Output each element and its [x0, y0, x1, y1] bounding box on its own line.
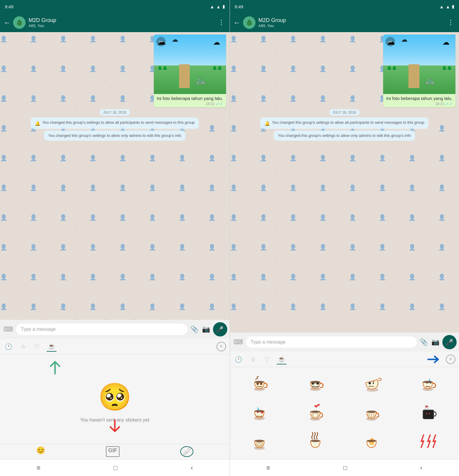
left-input-placeholder: Type a message [21, 327, 56, 332]
right-status-icons: ▲ ▲ ▮ [439, 4, 454, 9]
left-system-msg-2: You changed this group's settings to all… [44, 131, 185, 141]
left-message-input[interactable]: Type a message [16, 324, 187, 335]
right-sticker-6[interactable]: ❤ ❤ [289, 400, 343, 427]
right-mic-button[interactable]: 🎤 [442, 335, 457, 349]
left-arrow-down-indicator [109, 419, 121, 435]
left-sticker-tab-bottom[interactable]: 🩹 [180, 446, 193, 457]
left-bottom-nav: ≡ □ ‹ [0, 459, 230, 476]
left-sticker-star-tab[interactable]: ☆ [19, 342, 27, 351]
right-msg-ticks: ✓✓ [445, 101, 452, 106]
right-nav-home[interactable]: □ [337, 462, 353, 474]
right-nav-menu[interactable]: ≡ [260, 462, 276, 474]
left-keyboard-icon[interactable]: ⌨ [2, 324, 14, 334]
right-sticker-12[interactable] [402, 429, 455, 456]
left-sticker-recent-tab[interactable]: 🕐 [4, 342, 13, 351]
right-sticker-2[interactable] [289, 371, 343, 397]
right-sticker-star-tab[interactable]: ☆ [249, 355, 257, 364]
left-input-bar: ⌨ Type a message 📎 📷 🎤 [0, 320, 230, 339]
right-system-msg-2: You changed this group's settings to all… [274, 131, 415, 141]
left-nav-menu[interactable]: ≡ [31, 462, 46, 474]
svg-point-3 [255, 381, 264, 383]
right-msg-time: 18:21 [435, 102, 444, 106]
svg-point-34 [367, 440, 376, 442]
left-sticker-panel: 🕐 ☆ ♡ ☕ + 🥺 You haven't sent any sticker… [0, 339, 230, 459]
right-keyboard-icon[interactable]: ⌨ [232, 337, 244, 347]
right-msg-text-area: Ini foto beberapa tahun yang lalu. 18:21… [383, 94, 455, 107]
svg-point-32 [255, 440, 264, 442]
left-group-name: M2D Group [29, 17, 216, 24]
left-msg-text-area: Ini foto beberapa tahun yang lalu. 18:21… [154, 94, 226, 107]
right-sticker-heart-tab[interactable]: ♡ [263, 355, 271, 364]
right-phone-panel: 9:49 ▲ ▲ ▮ ← M2D Group A65, You ⋮ ↪ [230, 0, 459, 476]
left-input-left-icons: ⌨ [2, 324, 14, 334]
left-mic-button[interactable]: 🎤 [213, 322, 227, 336]
left-date-badge: JULY 18, 2018 [100, 109, 130, 116]
left-chat-header: ← M2D Group A65, You ⋮ [0, 13, 230, 32]
left-sticker-cup-tab[interactable]: ☕ [47, 342, 57, 352]
left-msg-meta: 18:21 ✓✓ [157, 101, 223, 106]
left-forward-button[interactable]: ↪ [156, 37, 166, 46]
right-sticker-5[interactable] [234, 400, 287, 427]
right-system-text-2: You changed this group's settings to all… [278, 133, 411, 138]
right-menu-button[interactable]: ⋮ [445, 16, 457, 29]
right-message-input[interactable]: Type a message [246, 336, 417, 348]
right-system-text-1: You changed this group's settings to all… [272, 120, 424, 125]
right-msg-meta: 18:21 ✓✓ [386, 101, 452, 106]
right-msg-text: Ini foto beberapa tahun yang lalu. [386, 96, 452, 101]
right-sticker-9[interactable] [234, 429, 287, 456]
right-arrow-indicator [427, 355, 440, 364]
right-photo-message: ↪ ☁ ☁ ☁ 🚲 🌲🌲 🌲🌲 Ini foto beberapa tahun … [383, 35, 455, 107]
right-sticker-4[interactable] [402, 371, 455, 397]
right-sticker-cup-tab[interactable]: ☕ [277, 354, 286, 364]
right-sticker-10[interactable] [289, 429, 343, 456]
right-wifi-icon: ▲ [439, 4, 444, 9]
right-sticker-7[interactable] [346, 400, 400, 427]
left-attach-icon[interactable]: 📎 [189, 324, 200, 334]
right-sticker-add-button[interactable]: + [446, 355, 455, 364]
right-sticker-8[interactable]: ❤ [402, 400, 455, 427]
left-sticker-heart-tab[interactable]: ♡ [33, 342, 41, 351]
right-sticker-grid: ❤ ❤ [230, 367, 459, 459]
right-sticker-11[interactable] [346, 429, 400, 456]
left-menu-button[interactable]: ⋮ [216, 16, 227, 29]
svg-text:❤: ❤ [317, 403, 320, 407]
left-photo-message: ↪ ☁ ☁ ☁ 🚲 🌲🌲 🌲🌲 [154, 35, 226, 107]
left-group-members: A65, You [29, 24, 216, 28]
left-header-info: M2D Group A65, You [29, 17, 216, 28]
left-photo-wrapper: ↪ ☁ ☁ ☁ 🚲 🌲🌲 🌲🌲 [154, 35, 226, 94]
left-camera-icon[interactable]: 📷 [201, 324, 211, 334]
left-emoji-tab[interactable]: 😊 [36, 446, 45, 457]
right-input-left-icons: ⌨ [232, 337, 244, 347]
left-msg-ticks: ✓✓ [216, 101, 223, 106]
svg-point-15 [423, 381, 433, 383]
right-sticker-1[interactable] [234, 371, 287, 397]
left-system-icon-1: 🔔 [35, 120, 40, 126]
right-date-badge: JULY 18, 2018 [329, 109, 360, 116]
left-arrow-up-indicator [48, 357, 62, 376]
right-avatar [243, 16, 256, 29]
right-sticker-3[interactable] [346, 371, 400, 397]
right-battery-icon: ▮ [452, 4, 454, 9]
left-nav-back[interactable]: ‹ [185, 462, 199, 474]
left-status-time: 9:49 [5, 4, 13, 9]
right-back-button[interactable]: ← [231, 16, 243, 29]
wifi-icon: ▲ [210, 4, 214, 9]
left-msg-time: 18:21 [206, 102, 214, 106]
right-nav-back[interactable]: ‹ [414, 462, 428, 474]
right-camera-icon[interactable]: 📷 [430, 337, 441, 347]
battery-icon: ▮ [223, 4, 225, 9]
right-group-name: M2D Group [259, 17, 445, 24]
svg-point-23 [311, 411, 320, 413]
left-sticker-add-button[interactable]: + [217, 342, 226, 351]
left-phone-panel: 9:49 ▲ ▲ ▮ ← M2D Group A65, You ⋮ ↪ [0, 0, 230, 476]
left-back-button[interactable]: ← [1, 16, 13, 29]
left-chat-area: ↪ ☁ ☁ ☁ 🚲 🌲🌲 🌲🌲 [0, 32, 230, 320]
left-gif-tab[interactable]: GIF [106, 446, 120, 457]
right-sticker-tabs: 🕐 ☆ ♡ ☕ + [230, 352, 459, 367]
right-photo-wrapper: ↪ ☁ ☁ ☁ 🚲 🌲🌲 🌲🌲 [383, 35, 455, 94]
left-nav-home[interactable]: □ [108, 462, 123, 474]
right-sticker-recent-tab[interactable]: 🕐 [234, 355, 243, 364]
right-attach-icon[interactable]: 📎 [419, 337, 429, 347]
right-input-bar: ⌨ Type a message 📎 📷 🎤 [230, 333, 459, 352]
right-input-right-icons: 📎 📷 [419, 337, 441, 347]
